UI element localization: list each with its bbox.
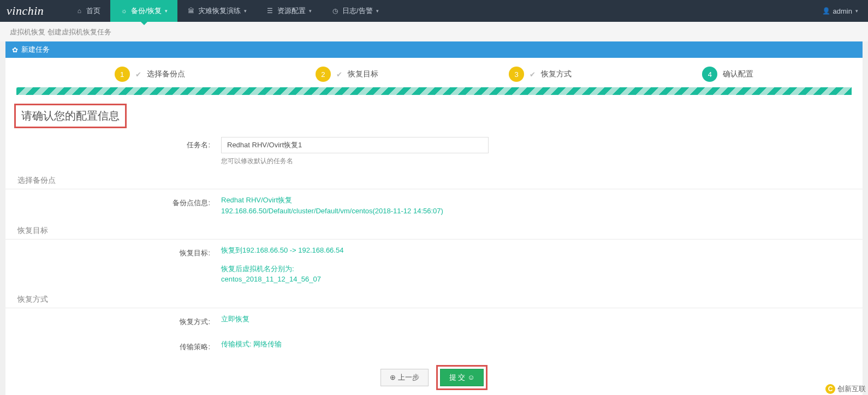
restore-target-value: 恢复到192.168.66.50 -> 192.168.66.54 恢复后虚拟机… — [221, 245, 863, 285]
wizard-steps: 1 ✔ 选择备份点 2 ✔ 恢复目标 3 ✔ 恢复方式 4 确认配置 — [49, 67, 819, 82]
building-icon: 🏛 — [187, 7, 195, 15]
check-icon: ✔ — [135, 70, 141, 79]
server-icon: ☰ — [266, 7, 274, 15]
breadcrumb: 虚拟机恢复 创建虚拟机恢复任务 — [0, 22, 868, 41]
task-name-label: 任务名: — [5, 137, 221, 166]
step-4-active: 4 确认配置 — [702, 67, 753, 82]
step-number: 1 — [115, 67, 130, 82]
chevron-down-icon: ▾ — [244, 8, 247, 14]
prev-button[interactable]: ⊕ 上一步 — [381, 369, 429, 386]
step-number: 3 — [509, 67, 524, 82]
refresh-icon: ☼ — [120, 7, 128, 15]
restore-target-header: 恢复目标 — [5, 220, 863, 240]
step-label: 恢复方式 — [541, 69, 572, 79]
nav-resource-label: 资源配置 — [277, 6, 306, 16]
backup-point-line1: Redhat RHV/Ovirt恢复 — [221, 195, 863, 206]
user-menu[interactable]: 👤 admin ▾ — [812, 7, 868, 15]
nav-backup-label: 备份/恢复 — [131, 6, 162, 16]
step-number: 2 — [316, 67, 331, 82]
step-label: 确认配置 — [723, 69, 753, 79]
section-title: 请确认您的配置信息 — [14, 104, 127, 128]
nav-resource[interactable]: ☰ 资源配置 ▾ — [257, 0, 322, 22]
nav-home-label: 首页 — [86, 6, 100, 16]
user-name-label: admin — [833, 7, 852, 15]
submit-button-label: 提 交 — [449, 373, 466, 382]
transfer-label: 传输策略: — [5, 339, 221, 352]
nav-backup-restore[interactable]: ☼ 备份/恢复 ▾ — [110, 0, 177, 22]
chevron-down-icon: ▾ — [309, 8, 312, 14]
brand-logo: vinchin — [0, 4, 66, 18]
backup-point-value: Redhat RHV/Ovirt恢复 192.168.66.50/Default… — [221, 195, 863, 216]
restore-target-label: 恢复目标: — [5, 245, 221, 285]
task-name-input[interactable] — [221, 137, 489, 153]
user-icon: 👤 — [822, 7, 830, 15]
submit-button[interactable]: 提 交 ☺ — [440, 369, 484, 386]
watermark-icon: C — [825, 384, 835, 394]
task-name-hint: 您可以修改默认的任务名 — [221, 157, 863, 166]
backup-point-line2: 192.168.66.50/Default/cluster/Default/vm… — [221, 206, 863, 217]
restore-target-row: 恢复目标: 恢复到192.168.66.50 -> 192.168.66.54 … — [5, 245, 863, 285]
step-1: 1 ✔ 选择备份点 — [115, 67, 185, 82]
restore-mode-header: 恢复方式 — [5, 289, 863, 308]
panel-header: ✿ 新建任务 — [5, 41, 863, 58]
nav-disaster-drill[interactable]: 🏛 灾难恢复演练 ▾ — [177, 0, 257, 22]
nav-drill-label: 灾难恢复演练 — [198, 6, 241, 16]
submit-highlight-box: 提 交 ☺ — [436, 365, 488, 390]
restore-mode-value: 立即恢复 — [221, 314, 863, 327]
check-icon: ✔ — [336, 70, 342, 79]
nav-log-label: 日志/告警 — [342, 6, 373, 16]
top-bar: vinchin ⌂ 首页 ☼ 备份/恢复 ▾ 🏛 灾难恢复演练 ▾ ☰ 资源配置… — [0, 0, 868, 22]
clock-icon: ◷ — [331, 7, 339, 15]
wizard-footer: ⊕ 上一步 提 交 ☺ — [5, 365, 863, 396]
arrow-left-icon: ⊕ — [390, 373, 396, 381]
nav-log-alert[interactable]: ◷ 日志/告警 ▾ — [322, 0, 389, 22]
step-label: 恢复目标 — [348, 69, 378, 79]
transfer-row: 传输策略: 传输模式: 网络传输 — [5, 339, 863, 352]
submit-icon: ☺ — [467, 373, 474, 381]
check-icon: ✔ — [530, 70, 536, 79]
main-panel: ✿ 新建任务 1 ✔ 选择备份点 2 ✔ 恢复目标 3 ✔ 恢复方式 4 确认配… — [5, 41, 863, 395]
step-2: 2 ✔ 恢复目标 — [316, 67, 378, 82]
divider-stripes — [16, 87, 852, 95]
main-nav: ⌂ 首页 ☼ 备份/恢复 ▾ 🏛 灾难恢复演练 ▾ ☰ 资源配置 ▾ ◷ 日志/… — [66, 0, 388, 22]
backup-point-label: 备份点信息: — [5, 195, 221, 216]
gear-icon: ✿ — [12, 46, 18, 54]
restore-target-line3: centos_2018_11_12_14_56_07 — [221, 274, 863, 285]
home-icon: ⌂ — [75, 7, 83, 15]
watermark: C 创新互联 — [825, 384, 866, 394]
step-3: 3 ✔ 恢复方式 — [509, 67, 572, 82]
restore-mode-label: 恢复方式: — [5, 314, 221, 327]
backup-point-header: 选择备份点 — [5, 170, 863, 189]
restore-target-line2: 恢复后虚拟机名分别为: — [221, 264, 863, 274]
transfer-value: 传输模式: 网络传输 — [221, 339, 863, 352]
task-name-row: 任务名: 您可以修改默认的任务名 — [5, 137, 863, 166]
restore-mode-row: 恢复方式: 立即恢复 — [5, 314, 863, 327]
prev-button-label: 上一步 — [398, 373, 419, 382]
step-label: 选择备份点 — [147, 69, 185, 79]
chevron-down-icon: ▾ — [165, 8, 168, 14]
nav-home[interactable]: ⌂ 首页 — [66, 0, 110, 22]
step-number: 4 — [702, 67, 717, 82]
chevron-down-icon: ▾ — [855, 8, 858, 14]
backup-point-row: 备份点信息: Redhat RHV/Ovirt恢复 192.168.66.50/… — [5, 195, 863, 216]
chevron-down-icon: ▾ — [376, 8, 379, 14]
restore-target-line1: 恢复到192.168.66.50 -> 192.168.66.54 — [221, 245, 863, 256]
panel-title: 新建任务 — [21, 45, 50, 55]
panel-body: 1 ✔ 选择备份点 2 ✔ 恢复目标 3 ✔ 恢复方式 4 确认配置 请确认您的… — [5, 58, 863, 395]
watermark-text: 创新互联 — [837, 384, 866, 394]
